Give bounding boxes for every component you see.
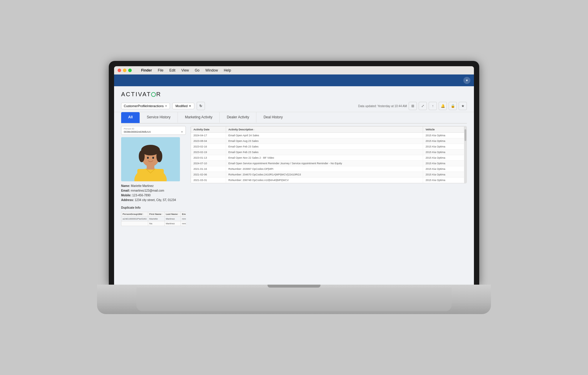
col-activity-description[interactable]: Activity Description ↑: [226, 127, 423, 133]
dup-col-lastname[interactable]: Last Name ↑: [164, 212, 181, 217]
activity-cell-activitydescription: RoNumber: 203997 OpCodes:OP|MPI: [226, 166, 423, 172]
modified-caret-icon: ▼: [189, 105, 191, 107]
activity-cell-vehicle: 2015 Kia Optima: [423, 144, 464, 150]
tab-all[interactable]: All: [121, 112, 140, 123]
activity-table-scroll[interactable]: Activity Date Activity Description ↑ Veh…: [191, 126, 464, 183]
profile-mobile: 123-456-7890: [132, 194, 151, 197]
content-area: All Service History Marketing Activity D…: [114, 112, 474, 285]
name-label: Name:: [121, 184, 130, 188]
table-cell-email: mmartl223@gmail.com: [181, 217, 186, 221]
activity-cell-vehicle: 2015 Kia Optima: [423, 138, 464, 144]
table-row: 2024-07-10Email Open Service Appointment…: [191, 161, 464, 166]
app-logo: ACTIVATR: [121, 91, 161, 98]
activity-cell-activitydescription: RoNumber: 206748 OpCodes:A10|MA40|MPI|WC…: [226, 177, 423, 183]
notification-icon-btn[interactable]: 🔔: [439, 102, 447, 110]
refresh-icon: ↻: [199, 104, 202, 108]
activity-cell-activitydate: 2024-04-17: [191, 133, 226, 138]
table-cell-lastname: Martinez: [164, 221, 181, 226]
menu-help[interactable]: Help: [224, 68, 231, 72]
table-cell-lastname: Martinez: [164, 217, 181, 221]
profile-info: Name: Mariette Martinez Email: mmartinez…: [121, 184, 186, 203]
toolbar-left: CustomerProfileInteractions ▼ Modified ▼…: [121, 102, 205, 110]
expand-icon-btn[interactable]: ⤢: [419, 102, 427, 110]
dropdown-label: CustomerProfileInteractions: [124, 104, 164, 108]
activity-cell-vehicle: 2015 Kia Optima: [423, 133, 464, 138]
tab-service-history[interactable]: Service History: [140, 112, 178, 123]
table-cell-persongroup18id: [121, 221, 148, 226]
activity-cell-activitydate: 2021-01-16: [191, 166, 226, 172]
address-label: Address:: [121, 198, 134, 202]
mobile-label: Mobile:: [121, 194, 131, 197]
activity-table: Activity Date Activity Description ↑ Veh…: [191, 126, 464, 183]
svg-rect-2: [137, 169, 164, 181]
table-row: 2021-02-06RoNumber: 204670 OpCodes:2410R…: [191, 172, 464, 177]
tabs-row: All Service History Marketing Activity D…: [121, 112, 467, 124]
activity-cell-vehicle: 2015 Kia Optima: [423, 155, 464, 161]
toolbar: CustomerProfileInteractions ▼ Modified ▼…: [114, 100, 474, 112]
table-row: 2023-08-04Email Open Aug 23 Sales2015 Ki…: [191, 138, 464, 144]
data-updated-text: Data updated: Yesterday at 10:44 AM: [358, 104, 407, 108]
activity-cell-activitydescription: Email Open Feb 23 Sales: [226, 144, 423, 150]
activity-cell-activitydescription: RoNumber: 204670 OpCodes:2410R1A|MPI|WCV…: [226, 172, 423, 177]
maximize-dot[interactable]: [128, 69, 132, 72]
menu-go[interactable]: Go: [195, 68, 200, 72]
profile-email: mmartinez123@mail.com: [131, 189, 164, 192]
duplicate-info-label: Duplicate Info: [121, 206, 186, 209]
menu-window[interactable]: Window: [206, 68, 218, 72]
tab-dealer-activity[interactable]: Dealer Activity: [220, 112, 256, 123]
laptop-wrapper: Finder File Edit View Go Window Help ▾ A…: [97, 61, 491, 314]
menu-file[interactable]: File: [158, 68, 163, 72]
activity-cell-activitydate: 2023-02-16: [191, 144, 226, 150]
activity-cell-activitydescription: Email Open Service Appointment Reminder …: [226, 161, 423, 166]
table-row: 2023-01-13Email Open Nov 22 Sales 2 - BF…: [191, 155, 464, 161]
activity-cell-activitydescription: Email Open Nov 22 Sales 2 - BF Video: [226, 155, 423, 161]
laptop-screen: Finder File Edit View Go Window Help ▾ A…: [109, 61, 479, 285]
share-icon-btn[interactable]: ↑: [429, 102, 437, 110]
dup-col-email[interactable]: Email ↑: [181, 212, 186, 217]
menu-edit[interactable]: Edit: [169, 68, 176, 72]
dup-col-group-id[interactable]: PersonGroup18Id ↑: [121, 212, 148, 217]
activity-cell-vehicle: 2015 Kia Optima: [423, 166, 464, 172]
activity-cell-vehicle: 2015 Kia Optima: [423, 177, 464, 183]
mac-menubar: Finder File Edit View Go Window Help: [114, 66, 474, 74]
activity-cell-activitydate: 2023-02-19: [191, 150, 226, 155]
menu-view[interactable]: View: [181, 68, 189, 72]
menu-finder[interactable]: Finder: [141, 68, 152, 72]
minimize-dot[interactable]: [123, 69, 126, 72]
svg-point-9: [152, 157, 154, 159]
activity-cell-vehicle: 2015 Kia Optima: [423, 172, 464, 177]
chrome-dropdown-btn[interactable]: ▾: [463, 77, 470, 84]
scrollbar-thumb[interactable]: [465, 129, 466, 141]
activity-cell-activitydate: 2023-08-04: [191, 138, 226, 144]
table-row: 2021-03-31RoNumber: 206748 OpCodes:A10|M…: [191, 177, 464, 183]
close-dot[interactable]: [118, 69, 121, 72]
right-panel: Activity Date Activity Description ↑ Veh…: [191, 126, 467, 285]
scrollbar[interactable]: [464, 126, 467, 183]
email-label: Email:: [121, 189, 130, 192]
star-icon-btn[interactable]: ★: [459, 102, 467, 110]
table-row: 2023-02-19Email Open Feb 23 Sales2015 Ki…: [191, 150, 464, 155]
person-id-dropdown[interactable]: Person ID 0038c00002x63WkAAI ▼: [121, 126, 186, 135]
table-row: a1hE1000001PkeSIASMarietteMartinezmmartl…: [121, 217, 186, 221]
col-activity-date[interactable]: Activity Date: [191, 127, 226, 133]
activity-cell-activitydescription: Email Open April 24 Sales: [226, 133, 423, 138]
duplicate-table: PersonGroup18Id ↑ First Name ↑ Last Name…: [121, 212, 186, 226]
grid-icon-btn[interactable]: ⊞: [409, 102, 417, 110]
svg-point-7: [156, 150, 162, 162]
refresh-button[interactable]: ↻: [197, 102, 205, 110]
col-vehicle[interactable]: Vehicle: [423, 127, 464, 133]
table-row: NaMartinezmmarti223@gmail.com7734876225-…: [121, 221, 186, 226]
lock-icon-btn[interactable]: 🔒: [449, 102, 457, 110]
table-cell-email: mmarti223@gmail.com: [181, 221, 186, 226]
main-content: Person ID 0038c00002x63WkAAI ▼: [121, 124, 467, 285]
profile-photo: [121, 137, 180, 181]
toolbar-right: Data updated: Yesterday at 10:44 AM ⊞ ⤢ …: [358, 102, 467, 110]
left-panel: Person ID 0038c00002x63WkAAI ▼: [121, 126, 186, 285]
dropdown-caret-icon: ▼: [165, 105, 167, 107]
activity-cell-vehicle: 2015 Kia Optima: [423, 161, 464, 166]
tab-marketing-activity[interactable]: Marketing Activity: [178, 112, 220, 123]
customer-profile-dropdown[interactable]: CustomerProfileInteractions ▼: [121, 103, 170, 109]
dup-col-firstname[interactable]: First Name ↑: [148, 212, 164, 217]
modified-button[interactable]: Modified ▼: [172, 103, 195, 109]
tab-deal-history[interactable]: Deal History: [256, 112, 290, 123]
